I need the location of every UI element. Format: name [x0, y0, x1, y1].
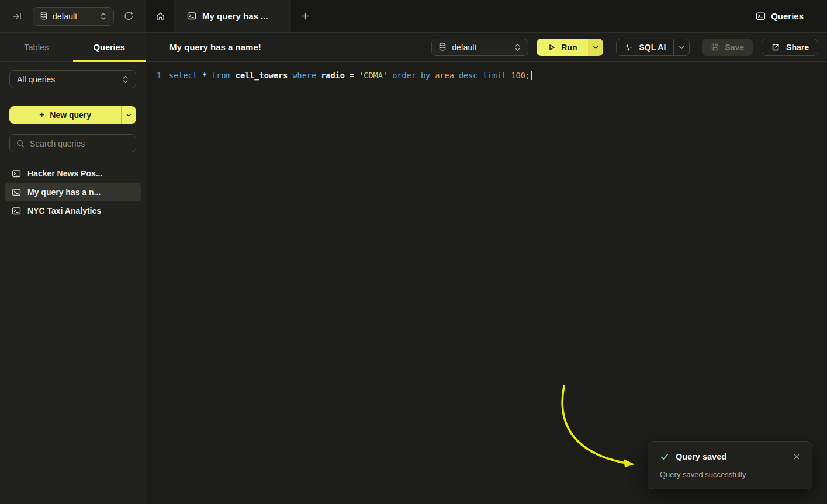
sidebar-tab-tables[interactable]: Tables — [0, 33, 73, 61]
select-icon — [100, 12, 106, 20]
new-tab-button[interactable] — [291, 0, 319, 32]
new-query-button[interactable]: + New query — [9, 106, 121, 124]
main-panel: My query has a name! default Run — [146, 33, 827, 504]
save-icon — [711, 43, 719, 51]
share-button[interactable]: Share — [762, 39, 818, 56]
queries-nav-button[interactable]: Queries — [749, 0, 827, 32]
sql-ai-options-button[interactable] — [673, 39, 689, 55]
query-header: My query has a name! default Run — [146, 33, 827, 62]
code-tokens: select * from cell_towers where radio = … — [169, 71, 532, 80]
collapse-sidebar-icon — [12, 12, 22, 21]
new-query-split-button: + New query — [9, 106, 136, 124]
new-query-label: New query — [50, 110, 91, 120]
code-token — [387, 71, 392, 80]
header-database-selector[interactable]: default — [431, 39, 528, 56]
query-list-item-selected[interactable]: My query has a n... — [5, 183, 141, 201]
top-bar: default My query has ... — [0, 0, 827, 33]
topbar-database-selector[interactable]: default — [33, 7, 114, 26]
code-token: = — [345, 71, 359, 80]
sql-ai-button[interactable]: SQL AI — [617, 39, 673, 55]
code-token: cell_towers — [236, 71, 288, 80]
dropdown-icon — [593, 44, 599, 50]
queries-nav-label: Queries — [771, 11, 804, 21]
select-icon — [122, 75, 129, 84]
dropdown-icon — [679, 44, 685, 50]
run-label: Run — [561, 43, 577, 52]
code-token — [207, 71, 212, 80]
success-check-icon — [660, 453, 669, 461]
top-bar-left: default — [0, 0, 146, 32]
code-token: area — [435, 71, 454, 80]
code-token: order by — [392, 71, 430, 80]
code-token: 100; — [511, 71, 530, 80]
plus-icon: + — [39, 110, 44, 120]
save-button[interactable]: Save — [702, 39, 753, 56]
toast-close-button[interactable] — [791, 451, 802, 463]
query-icon — [12, 169, 21, 178]
search-icon — [16, 140, 25, 148]
code-line: 1 select * from cell_towers where radio … — [146, 68, 827, 82]
query-icon — [12, 207, 21, 215]
database-icon — [40, 12, 47, 20]
sql-ai-label: SQL AI — [639, 43, 666, 52]
query-list-item[interactable]: Hacker News Pos... — [5, 164, 141, 183]
tab-title: My query has ... — [202, 11, 268, 21]
new-tab-icon — [301, 12, 310, 20]
tab-my-query[interactable]: My query has ... — [174, 0, 291, 32]
run-options-button[interactable] — [588, 39, 603, 56]
header-database-value: default — [452, 43, 476, 52]
line-number: 1 — [146, 71, 161, 80]
share-icon — [771, 43, 780, 52]
query-filter-value: All queries — [17, 75, 55, 84]
sql-editor[interactable]: 1 select * from cell_towers where radio … — [146, 62, 827, 504]
save-label: Save — [725, 43, 744, 52]
code-token — [454, 71, 459, 80]
code-token: limit — [483, 71, 507, 80]
code-token: * — [202, 71, 207, 80]
query-item-label: My query has a n... — [27, 187, 101, 197]
query-icon — [756, 12, 766, 21]
code-token — [198, 71, 202, 80]
home-button[interactable] — [146, 0, 174, 32]
query-icon — [187, 12, 196, 20]
select-icon — [514, 43, 521, 51]
code-token: from — [212, 71, 231, 80]
query-search[interactable] — [9, 134, 136, 152]
query-filter-select[interactable]: All queries — [9, 70, 136, 88]
share-label: Share — [786, 43, 809, 52]
dropdown-icon — [126, 112, 132, 118]
collapse-sidebar-button[interactable] — [8, 8, 26, 25]
toast-title: Query saved — [676, 452, 726, 461]
query-list-item[interactable]: NYC Taxi Analytics — [5, 201, 141, 220]
code-token: radio — [321, 71, 345, 80]
code-token: where — [292, 71, 316, 80]
run-icon — [548, 43, 556, 51]
code-token: desc — [459, 71, 478, 80]
code-token: 'CDMA' — [359, 71, 387, 80]
toast-query-saved: Query saved Query saved successfully — [648, 441, 812, 489]
page-title: My query has a name! — [169, 42, 261, 52]
new-query-dropdown-button[interactable] — [121, 106, 136, 124]
refresh-icon — [123, 11, 134, 22]
search-queries-input[interactable] — [30, 139, 129, 148]
tab-strip: My query has ... Queries — [146, 0, 827, 32]
code-token — [477, 71, 482, 80]
text-cursor — [531, 71, 532, 80]
sidebar-tab-queries[interactable]: Queries — [73, 33, 146, 61]
database-icon — [439, 43, 446, 51]
code-token: select — [169, 71, 198, 80]
topbar-database-value: default — [53, 12, 77, 21]
query-item-label: NYC Taxi Analytics — [27, 206, 101, 215]
code-token — [316, 71, 321, 80]
query-console-app: default My query has ... — [0, 0, 827, 504]
sql-ai-split-button: SQL AI — [616, 39, 690, 56]
query-icon — [12, 188, 21, 197]
refresh-button[interactable] — [120, 8, 137, 25]
run-button[interactable]: Run — [537, 39, 588, 56]
sidebar-tabs: Tables Queries — [0, 33, 146, 62]
run-split-button: Run — [537, 39, 603, 56]
toast-message: Query saved successfully — [660, 470, 802, 479]
sql-ai-icon — [624, 43, 634, 52]
home-icon — [155, 11, 165, 21]
query-item-label: Hacker News Pos... — [27, 169, 102, 178]
